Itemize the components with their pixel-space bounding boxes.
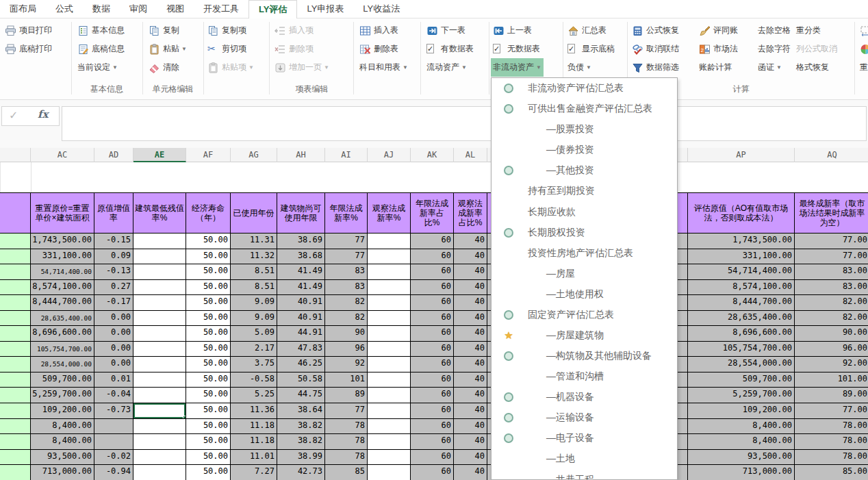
menu-tab-5[interactable]: 开发工具 <box>194 0 248 18</box>
draft-print-button[interactable]: 底稿打印 <box>3 40 54 58</box>
table-cell[interactable] <box>0 326 31 342</box>
current-assets-button[interactable]: 流动资产▼ <box>424 58 476 77</box>
pie-partial-button[interactable] <box>858 40 868 58</box>
table-cell[interactable]: 78 <box>325 419 368 435</box>
menu-item-transport[interactable]: —运输设备 <box>492 407 677 428</box>
table-cell[interactable] <box>133 233 186 249</box>
basic-info-button[interactable]: 基本信息 <box>75 21 127 40</box>
remove-chars-button[interactable]: 去除字符 <box>756 40 793 58</box>
no-data-sheets-button[interactable]: ✓无数据表 <box>491 40 544 58</box>
table-cell[interactable]: 40 <box>454 357 487 372</box>
table-cell[interactable]: 331,100.00 <box>31 249 94 265</box>
table-cell[interactable]: 109,200.00 <box>688 403 795 419</box>
table-cell[interactable]: 101 <box>325 372 368 388</box>
cut-item-button[interactable]: ✂剪切项 <box>205 40 256 58</box>
table-cell[interactable]: 8,400.00 <box>31 434 94 450</box>
table-cell[interactable]: -0.04 <box>94 388 133 403</box>
table-cell[interactable]: 8,574,100.00 <box>31 280 94 296</box>
table-cell[interactable] <box>368 434 411 450</box>
table-cell[interactable]: 50.00 <box>186 264 231 280</box>
table-cell[interactable]: 38.99 <box>277 450 325 466</box>
table-cell[interactable]: 82.00 <box>795 295 868 311</box>
menu-item-fixed-assets-summary[interactable]: 固定资产评估汇总表 <box>492 305 677 325</box>
menu-item-afs-financial-summary[interactable]: 可供出售金融资产评估汇总表 <box>492 99 677 119</box>
table-cell[interactable]: 54,714,400.00 <box>688 264 795 280</box>
table-cell[interactable]: 38.69 <box>277 233 325 249</box>
table-cell[interactable]: 40 <box>454 280 487 296</box>
table-cell[interactable] <box>0 372 31 388</box>
table-cell[interactable]: 28,554,000.00 <box>31 357 94 372</box>
table-cell[interactable]: 42.73 <box>277 465 325 480</box>
aging-calc-button[interactable]: 账龄计算 <box>697 58 740 77</box>
table-cell[interactable] <box>368 372 411 388</box>
table-cell[interactable]: 50.00 <box>186 311 231 327</box>
table-cell[interactable]: 41.49 <box>277 280 325 296</box>
table-cell[interactable] <box>368 233 411 249</box>
table-cell[interactable] <box>368 465 411 480</box>
table-cell[interactable]: 8.51 <box>231 264 277 280</box>
table-cell[interactable]: 8,574,100.00 <box>688 280 795 296</box>
column-header-AI[interactable]: AI <box>325 148 368 162</box>
table-cell[interactable]: 54,714,400.00 <box>31 264 94 280</box>
table-cell[interactable]: 85 <box>325 465 368 480</box>
menu-item-bond-investment[interactable]: —债券投资 <box>492 140 677 160</box>
table-cell[interactable]: 5,259,700.00 <box>688 388 795 403</box>
table-cell[interactable]: 83 <box>325 264 368 280</box>
column-header-AL[interactable]: AL <box>454 148 487 162</box>
table-cell[interactable] <box>368 342 411 357</box>
table-cell[interactable] <box>133 311 186 327</box>
table-cell[interactable]: 38.64 <box>277 403 325 419</box>
table-cell[interactable]: 60 <box>411 465 454 480</box>
table-cell[interactable]: -0.15 <box>94 233 133 249</box>
table-cell[interactable]: 2.17 <box>231 342 277 357</box>
table-cell[interactable] <box>0 249 31 265</box>
table-cell[interactable]: 60 <box>411 326 454 342</box>
table-cell[interactable]: 40 <box>454 403 487 419</box>
delete-sheet-button[interactable]: 删除表 <box>357 40 410 58</box>
table-cell[interactable]: 50.00 <box>186 419 231 435</box>
subject-and-tables-button[interactable]: 科目和用表▼ <box>357 58 410 77</box>
table-cell[interactable] <box>133 450 186 466</box>
table-cell[interactable]: 11.18 <box>231 434 277 450</box>
table-cell[interactable]: 60 <box>411 434 454 450</box>
table-cell[interactable] <box>0 280 31 296</box>
table-cell[interactable]: 0.00 <box>94 357 133 372</box>
table-cell[interactable]: 38.68 <box>277 249 325 265</box>
table-cell[interactable]: 8,444,700.00 <box>688 295 795 311</box>
table-cell[interactable]: 50.00 <box>186 280 231 296</box>
has-data-sheets-button[interactable]: ✓有数据表 <box>424 40 476 58</box>
menu-tab-4[interactable]: 视图 <box>157 0 194 18</box>
column-header-AF[interactable]: AF <box>186 148 231 162</box>
table-cell[interactable]: -0.73 <box>94 403 133 419</box>
table-cell[interactable]: 90.00 <box>795 326 868 342</box>
table-cell[interactable] <box>94 434 133 450</box>
table-cell[interactable]: 40 <box>454 249 487 265</box>
table-cell[interactable]: 92.00 <box>795 357 868 372</box>
menu-item-long-term-equity[interactable]: 长期股权投资 <box>492 223 677 243</box>
table-cell[interactable] <box>0 295 31 311</box>
remove-spaces-button[interactable]: 去除空格 <box>756 21 793 40</box>
table-cell[interactable]: 60 <box>411 342 454 357</box>
table-cell[interactable]: 28,554,000.00 <box>688 357 795 372</box>
column-header-AC[interactable]: AC <box>31 148 94 162</box>
table-cell[interactable]: 78 <box>325 450 368 466</box>
menu-item-shaft-works[interactable]: —井巷工程 <box>492 469 677 480</box>
format-restore-button[interactable]: 格式恢复 <box>794 58 839 77</box>
table-cell[interactable]: 40 <box>454 311 487 327</box>
table-cell[interactable]: 60 <box>411 388 454 403</box>
table-cell[interactable]: 0.00 <box>94 326 133 342</box>
table-cell[interactable]: 50.00 <box>186 233 231 249</box>
table-cell[interactable]: 89 <box>325 388 368 403</box>
table-cell[interactable] <box>0 450 31 466</box>
insert-sheet-button[interactable]: 插入表 <box>357 21 410 40</box>
table-cell[interactable] <box>368 249 411 265</box>
selected-cell[interactable] <box>133 403 186 419</box>
table-cell[interactable]: 60 <box>411 264 454 280</box>
menu-item-land-use-rights[interactable]: —土地使用权 <box>492 284 677 305</box>
table-cell[interactable] <box>0 419 31 435</box>
table-cell[interactable] <box>133 326 186 342</box>
summary-sheet-button[interactable]: 汇总表 <box>565 21 617 40</box>
table-cell[interactable]: 93,500.00 <box>31 450 94 466</box>
table-cell[interactable]: 50.00 <box>186 357 231 372</box>
table-cell[interactable]: 40 <box>454 419 487 435</box>
